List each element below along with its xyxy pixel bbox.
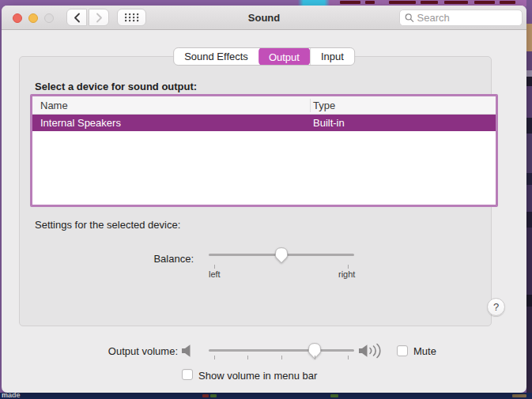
balance-max-label: right <box>338 269 355 279</box>
desktop-artifact <box>389 1 416 4</box>
tab-sound-effects[interactable]: Sound Effects <box>174 48 258 65</box>
desktop-artifact <box>421 1 438 4</box>
column-header-name[interactable]: Name <box>40 100 68 111</box>
volume-slider-thumb[interactable] <box>308 342 323 363</box>
desktop-artifact <box>474 1 495 4</box>
settings-label: Settings for the selected device: <box>35 219 180 231</box>
table-header: Name Type <box>32 96 496 115</box>
device-table[interactable]: Name Type Internal Speakers Built-in <box>30 94 498 207</box>
column-header-type[interactable]: Type <box>313 100 335 111</box>
select-device-label: Select a device for sound output: <box>35 81 197 92</box>
volume-tick <box>247 356 248 359</box>
desktop-artifact <box>202 394 209 397</box>
mute-checkbox[interactable] <box>397 345 408 356</box>
help-button[interactable]: ? <box>487 298 505 316</box>
desktop-cutoff-text: made <box>2 392 21 399</box>
column-divider <box>310 99 311 112</box>
speaker-quiet-icon <box>182 344 195 357</box>
volume-tick <box>315 356 315 359</box>
desktop-bottom-strip: made <box>0 393 532 399</box>
speaker-loud-icon <box>359 343 386 359</box>
output-volume-label: Output volume: <box>99 345 178 357</box>
mute-label: Mute <box>413 345 436 357</box>
titlebar[interactable]: Sound <box>2 6 526 30</box>
balance-label: Balance: <box>115 253 194 265</box>
desktop-artifact <box>330 394 338 397</box>
sound-preferences-window: Sound Sound Effects Output Input Select … <box>2 6 526 393</box>
balance-min-label: left <box>209 269 221 279</box>
slider-thumb-icon <box>274 247 289 264</box>
search-field[interactable] <box>399 9 523 26</box>
tab-bar: Sound Effects Output Input <box>173 47 355 66</box>
volume-slider-track[interactable] <box>209 349 354 352</box>
search-icon <box>405 13 414 23</box>
device-name-cell: Internal Speakers <box>40 117 121 129</box>
balance-slider[interactable] <box>209 247 354 264</box>
desktop-artifact <box>210 394 217 397</box>
show-volume-label: Show volume in menu bar <box>198 370 317 382</box>
desktop-artifact <box>500 1 515 4</box>
desktop-artifact <box>512 394 526 397</box>
device-type-cell: Built-in <box>313 117 345 129</box>
volume-tick <box>281 356 282 359</box>
show-volume-checkbox[interactable] <box>182 369 193 380</box>
search-input[interactable] <box>417 12 517 24</box>
volume-tick <box>214 356 215 359</box>
desktop-artifact <box>365 1 375 4</box>
desktop-artifact <box>340 1 360 4</box>
balance-tick-left <box>214 265 215 269</box>
volume-tick <box>348 356 349 359</box>
tab-output[interactable]: Output <box>258 47 310 66</box>
desktop-right-strip <box>526 0 532 393</box>
balance-slider-thumb[interactable] <box>274 247 289 267</box>
desktop-artifact <box>444 1 468 4</box>
balance-tick-right <box>348 265 349 269</box>
tab-input[interactable]: Input <box>310 48 354 65</box>
table-row-internal-speakers[interactable]: Internal Speakers Built-in <box>32 115 496 131</box>
